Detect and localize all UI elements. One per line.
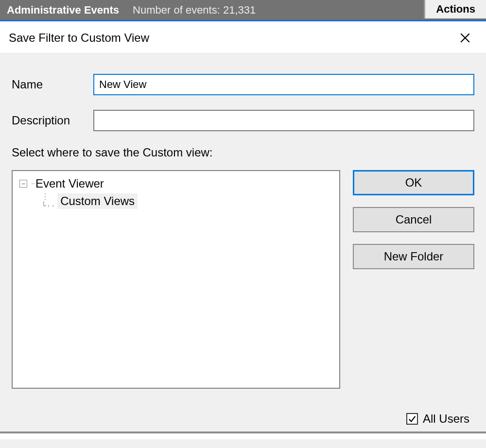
select-location-label: Select where to save the Custom view: bbox=[0, 146, 486, 159]
background-header: Administrative Events Number of events: … bbox=[0, 0, 486, 21]
all-users-checkbox[interactable] bbox=[406, 413, 418, 425]
name-row: Name bbox=[12, 74, 474, 95]
form-area: Name Description bbox=[0, 53, 486, 131]
new-folder-button[interactable]: New Folder bbox=[353, 244, 474, 269]
button-column: OK Cancel New Folder bbox=[353, 170, 474, 389]
collapse-icon[interactable]: − bbox=[19, 180, 27, 188]
all-users-label: All Users bbox=[423, 412, 469, 426]
lower-area: − ·· Event Viewer ⋮ └·· Custom Views OK … bbox=[0, 170, 486, 389]
tree-root-node[interactable]: − ·· Event Viewer bbox=[19, 176, 332, 191]
tree-child-node[interactable]: ⋮ └·· Custom Views bbox=[32, 191, 332, 211]
name-label: Name bbox=[12, 78, 93, 91]
all-users-row[interactable]: All Users bbox=[406, 412, 469, 426]
tree-child-label: Custom Views bbox=[57, 193, 138, 209]
background-strip bbox=[0, 431, 486, 439]
name-input[interactable] bbox=[93, 74, 474, 95]
tree-dots-icon: ·· bbox=[31, 179, 35, 188]
folder-tree[interactable]: − ·· Event Viewer ⋮ └·· Custom Views bbox=[12, 170, 340, 389]
checkmark-icon bbox=[408, 414, 417, 423]
dialog-titlebar: Save Filter to Custom View bbox=[0, 22, 486, 53]
actions-label: Actions bbox=[436, 3, 475, 16]
tree-connector-icon: ⋮ └·· bbox=[32, 192, 55, 210]
dialog-title: Save Filter to Custom View bbox=[9, 31, 149, 45]
ok-button[interactable]: OK bbox=[353, 170, 474, 195]
tree-root-label: Event Viewer bbox=[35, 177, 104, 190]
save-filter-dialog: Save Filter to Custom View Name Descript… bbox=[0, 21, 486, 439]
description-input[interactable] bbox=[93, 110, 474, 131]
close-icon bbox=[460, 33, 470, 43]
description-label: Description bbox=[12, 114, 93, 127]
header-title: Administrative Events bbox=[0, 4, 119, 17]
cancel-button[interactable]: Cancel bbox=[353, 207, 474, 232]
close-button[interactable] bbox=[456, 29, 474, 47]
actions-panel-tab[interactable]: Actions bbox=[424, 0, 486, 18]
event-count-label: Number of events: 21,331 bbox=[119, 4, 256, 17]
description-row: Description bbox=[12, 110, 474, 131]
